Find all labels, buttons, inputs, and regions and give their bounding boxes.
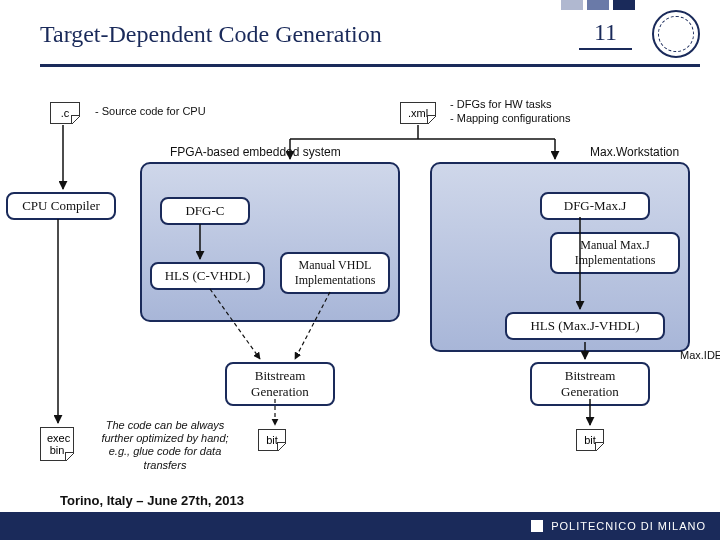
box-dfg-maxj: DFG-Max.J [540, 192, 650, 220]
polimi-seal-icon [652, 10, 700, 58]
note-c: - Source code for CPU [95, 105, 206, 117]
page-number: 11 [579, 19, 632, 50]
note-xml2: - Mapping configurations [450, 112, 570, 124]
file-bit-right: bit [576, 429, 604, 451]
page-title: Target-Dependent Code Generation [40, 21, 579, 48]
note-opt: The code can be always further optimized… [90, 419, 240, 472]
file-exec-bin: exec bin [40, 427, 74, 461]
note-xml1: - DFGs for HW tasks [450, 98, 551, 110]
polimi-logo-icon [531, 520, 543, 532]
box-bitgen-left: Bitstream Generation [225, 362, 335, 406]
box-manual-maxj: Manual Max.J Implementations [550, 232, 680, 274]
label-fpga: FPGA-based embedded system [170, 145, 341, 159]
label-maxws: Max.Workstation [590, 145, 679, 159]
fpga-container [140, 162, 400, 322]
box-hls-cvhdl: HLS (C-VHDL) [150, 262, 265, 290]
footer-brand: POLITECNICO DI MILANO [551, 520, 706, 532]
file-bit-left: bit [258, 429, 286, 451]
box-cpu-compiler: CPU Compiler [6, 192, 116, 220]
label-maxide: Max.IDE [680, 349, 720, 361]
file-c: .c [50, 102, 80, 124]
footer-bar: POLITECNICO DI MILANO [0, 512, 720, 540]
file-xml: .xml [400, 102, 436, 124]
box-bitgen-right: Bitstream Generation [530, 362, 650, 406]
box-dfg-c: DFG-C [160, 197, 250, 225]
box-manual-vhdl: Manual VHDL Implementations [280, 252, 390, 294]
box-hls-maxj: HLS (Max.J-VHDL) [505, 312, 665, 340]
diagram-canvas: .c - Source code for CPU .xml - DFGs for… [0, 67, 720, 507]
footer-venue: Torino, Italy – June 27th, 2013 [60, 493, 244, 508]
